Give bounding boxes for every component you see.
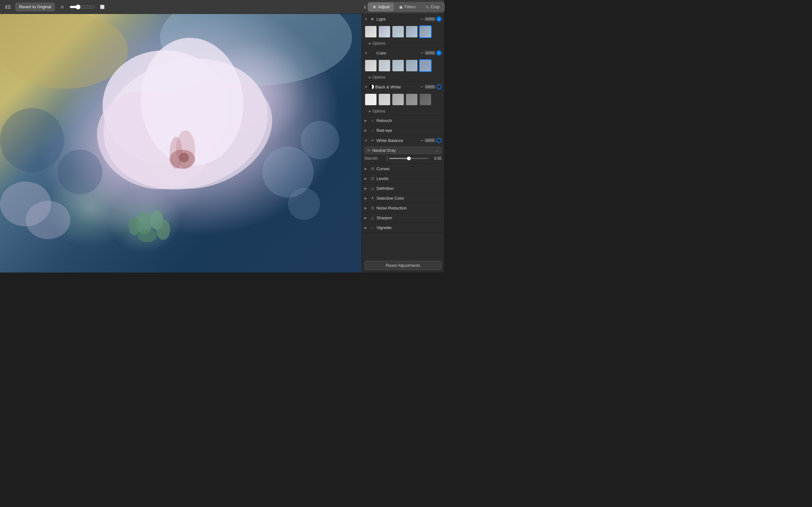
tab-filters[interactable]: ◉ Filters: [395, 3, 420, 11]
bw-revert-icon[interactable]: ↩: [420, 85, 423, 89]
section-red-eye: ▶ ⬦ Red-eye: [362, 125, 444, 135]
section-vignette: ▶ ○ Vignette: [362, 223, 444, 233]
toolbar: Revert to Original ⊞ ⬜ ☀ Adjust ◉ Filter…: [0, 0, 444, 14]
definition-icon: △: [369, 185, 375, 191]
tab-crop[interactable]: ⤡ Crop: [421, 3, 444, 11]
light-thumb-3[interactable]: [405, 25, 418, 38]
thumbnail-view-button[interactable]: ⊞: [57, 3, 67, 11]
levels-row[interactable]: ▶ ⊡ Levels: [362, 174, 444, 183]
warmth-row: Warmth 0.50: [364, 156, 442, 161]
color-thumb-4[interactable]: [419, 59, 432, 72]
wb-dropdown[interactable]: ✏ Neutral Gray ⌄: [364, 147, 442, 154]
section-selective-color: ▶ ✦ Selective Color: [362, 193, 444, 203]
color-auto-badge[interactable]: AUTO: [425, 51, 435, 55]
warmth-slider-wrap[interactable]: [389, 158, 428, 159]
photo-area: [0, 14, 362, 273]
svg-rect-3: [8, 8, 10, 9]
section-light: ▼ ☀ Light ↩ AUTO ✓ ▶ Options: [362, 14, 444, 48]
filters-icon: ◉: [399, 4, 403, 9]
warmth-value: 0.50: [430, 156, 442, 161]
selective-color-row[interactable]: ▶ ✦ Selective Color: [362, 193, 444, 203]
noise-reduction-row[interactable]: ▶ ⊡ Noise Reduction: [362, 203, 444, 213]
light-enabled-toggle[interactable]: ✓: [437, 16, 442, 21]
color-thumb-3[interactable]: [405, 59, 418, 72]
svg-rect-0: [5, 5, 7, 9]
adjust-icon: ☀: [372, 4, 376, 9]
right-panel: ▼ ☀ Light ↩ AUTO ✓ ▶ Options: [362, 14, 444, 273]
definition-title: Definition: [376, 186, 442, 191]
light-options-row[interactable]: ▶ Options: [362, 41, 444, 48]
bw-expand-arrow: ▼: [364, 85, 368, 89]
bw-icon: [369, 84, 374, 89]
light-auto-badge[interactable]: AUTO: [425, 17, 435, 21]
definition-row[interactable]: ▶ △ Definition: [362, 183, 444, 193]
bw-thumb-0[interactable]: [364, 93, 377, 106]
wb-auto-badge[interactable]: AUTO: [425, 138, 435, 142]
section-black-white: ▼ Black & White ↩ AUTO ▶ Options: [362, 82, 444, 116]
wb-revert-icon[interactable]: ↩: [420, 138, 423, 143]
svg-rect-2: [8, 6, 10, 7]
wb-header[interactable]: ▼ ✏ White Balance ↩ AUTO: [362, 135, 444, 146]
section-definition: ▶ △ Definition: [362, 183, 444, 193]
section-levels: ▶ ⊡ Levels: [362, 174, 444, 183]
sharpen-row[interactable]: ▶ △ Sharpen: [362, 213, 444, 222]
crop-icon: ⤡: [425, 4, 429, 9]
light-options-label: Options: [372, 41, 386, 46]
bw-thumb-1[interactable]: [378, 93, 391, 106]
reset-adjustments-button[interactable]: Reset Adjustments: [364, 261, 442, 270]
red-eye-row[interactable]: ▶ ⬦ Red-eye: [362, 125, 444, 135]
wb-expand-arrow: ▼: [364, 139, 368, 142]
bw-auto-badge[interactable]: AUTO: [425, 85, 435, 89]
wb-icon: ✏: [369, 137, 375, 143]
revert-button[interactable]: Revert to Original: [15, 3, 55, 11]
selective-color-title: Selective Color: [376, 196, 442, 201]
tab-adjust[interactable]: ☀ Adjust: [368, 3, 394, 11]
color-options-row[interactable]: ▶ Options: [362, 74, 444, 81]
color-thumb-1[interactable]: [378, 59, 391, 72]
noise-reduction-title: Noise Reduction: [376, 206, 442, 210]
tab-adjust-label: Adjust: [378, 4, 390, 9]
bw-options-row[interactable]: ▶ Options: [362, 108, 444, 115]
fit-button[interactable]: ⬜: [97, 3, 107, 11]
color-header[interactable]: ▼ ○ Color ↩ AUTO ✓: [362, 48, 444, 58]
color-controls: ↩ AUTO ✓: [420, 50, 442, 55]
zoom-slider[interactable]: [69, 4, 95, 9]
bw-controls: ↩ AUTO: [420, 84, 442, 89]
bw-thumb-3[interactable]: [405, 93, 418, 106]
light-thumb-2[interactable]: [392, 25, 404, 38]
color-enabled-toggle[interactable]: ✓: [437, 50, 442, 55]
color-thumb-0[interactable]: [364, 59, 377, 72]
retouch-row[interactable]: ▶ ⬦ Retouch: [362, 116, 444, 125]
noise-reduction-icon: ⊡: [369, 205, 375, 211]
section-color: ▼ ○ Color ↩ AUTO ✓ ▶ Options: [362, 48, 444, 82]
bw-thumb-4[interactable]: [419, 93, 432, 106]
section-retouch: ▶ ⬦ Retouch: [362, 116, 444, 125]
levels-expand-arrow: ▶: [364, 177, 368, 180]
photo-background: [0, 14, 362, 273]
section-sharpen: ▶ △ Sharpen: [362, 213, 444, 223]
bw-thumb-2[interactable]: [392, 93, 404, 106]
bw-enabled-toggle[interactable]: [437, 84, 442, 89]
wb-dropdown-value: Neutral Gray: [372, 148, 436, 153]
warmth-slider-thumb: [407, 157, 411, 160]
color-title: Color: [376, 51, 419, 55]
light-revert-icon[interactable]: ↩: [420, 17, 423, 21]
color-thumb-2[interactable]: [392, 59, 404, 72]
color-options-arrow: ▶: [369, 76, 371, 79]
light-thumb-4[interactable]: [419, 25, 432, 38]
light-thumb-0[interactable]: [364, 25, 377, 38]
sidebar-toggle-button[interactable]: [3, 3, 13, 11]
curves-row[interactable]: ▶ ⊡ Curves: [362, 164, 444, 173]
wb-enabled-toggle[interactable]: [437, 138, 442, 143]
color-revert-icon[interactable]: ↩: [420, 51, 423, 55]
selective-color-icon: ✦: [369, 195, 375, 201]
light-title: Light: [376, 17, 419, 21]
light-header[interactable]: ▼ ☀ Light ↩ AUTO ✓: [362, 14, 444, 24]
vignette-row[interactable]: ▶ ○ Vignette: [362, 223, 444, 232]
noise-reduction-expand-arrow: ▶: [364, 206, 368, 210]
bw-header[interactable]: ▼ Black & White ↩ AUTO: [362, 82, 444, 92]
bw-options-arrow: ▶: [369, 110, 371, 113]
light-icon: ☀: [369, 16, 375, 22]
light-thumb-1[interactable]: [378, 25, 391, 38]
warmth-divider: [387, 156, 387, 161]
